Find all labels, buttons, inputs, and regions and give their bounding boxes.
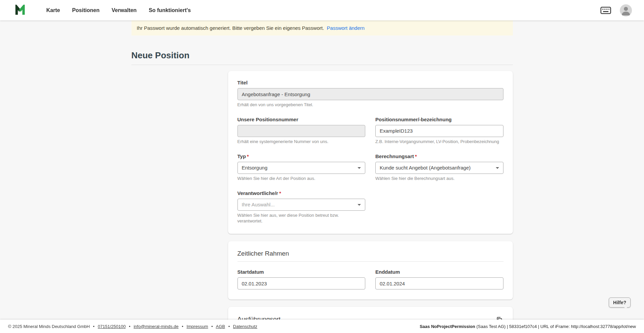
berechnungsart-select[interactable]: Kunde sucht Angebot (Angebotsanfrage) bbox=[375, 162, 503, 174]
chevron-down-icon bbox=[358, 204, 361, 206]
separator: • bbox=[182, 324, 183, 329]
footer: © 2025 Mineral Minds Deutschland GmbH • … bbox=[0, 320, 644, 333]
positionsnummer-field: Positionsnummer/-bezeichnung Z.B. Intern… bbox=[375, 117, 503, 145]
berechnungsart-helper: Wählen Sie hier die Berechnungsart aus. bbox=[375, 176, 503, 182]
enddatum-label-text: Enddatum bbox=[375, 269, 400, 275]
zeitlicher-rahmen-heading: Zeitlicher Rahmen bbox=[237, 250, 503, 257]
verantwortliche-placeholder: Ihre Auswahl... bbox=[242, 202, 275, 207]
nav-item-verwalten[interactable]: Verwalten bbox=[112, 7, 137, 13]
user-icon bbox=[620, 4, 632, 16]
titel-field: Titel Erhält den von uns vorgegebenen Ti… bbox=[237, 80, 503, 108]
logo-m-icon bbox=[15, 5, 28, 16]
unsere-positionsnummer-input bbox=[237, 125, 366, 137]
card-zeitlicher-rahmen: Zeitlicher Rahmen Startdatum Enddatum bbox=[228, 241, 513, 299]
required-asterisk: * bbox=[415, 153, 417, 159]
chevron-down-icon bbox=[358, 167, 361, 169]
verantwortliche-field: Verantwortliche/r* Ihre Auswahl... Wähle… bbox=[237, 190, 366, 224]
positionsnummer-input[interactable] bbox=[375, 125, 503, 137]
chevron-down-icon bbox=[496, 167, 499, 169]
nav-item-so-funktionierts[interactable]: So funktioniert's bbox=[149, 7, 191, 13]
footer-link-datenschutz[interactable]: Datenschutz bbox=[233, 324, 257, 329]
unsere-positionsnummer-label: Unsere Positionsnummer bbox=[237, 117, 366, 122]
enddatum-field: Enddatum bbox=[375, 269, 503, 289]
enddatum-input[interactable] bbox=[375, 277, 503, 289]
required-asterisk: * bbox=[279, 190, 281, 196]
typ-label-text: Typ bbox=[237, 153, 246, 159]
avatar[interactable] bbox=[620, 4, 632, 16]
password-notification: Ihr Passwort wurde automatisch generiert… bbox=[131, 20, 513, 36]
footer-left: © 2025 Mineral Minds Deutschland GmbH • … bbox=[8, 324, 257, 329]
navbar: Karte Positionen Verwalten So funktionie… bbox=[0, 0, 644, 20]
startdatum-input[interactable] bbox=[237, 277, 366, 289]
separator: • bbox=[228, 324, 230, 329]
title-divider bbox=[131, 65, 513, 65]
startdatum-label: Startdatum bbox=[237, 269, 366, 275]
help-button[interactable]: Hilfe? bbox=[609, 297, 631, 308]
notification-text: Ihr Passwort wurde automatisch generiert… bbox=[137, 25, 324, 31]
page-title: Neue Position bbox=[131, 50, 513, 61]
verantwortliche-select[interactable]: Ihre Auswahl... bbox=[237, 199, 366, 211]
separator: • bbox=[129, 324, 130, 329]
separator: • bbox=[211, 324, 213, 329]
footer-permission-label: Saas NoProjectPermission bbox=[420, 324, 475, 329]
main-nav: Karte Positionen Verwalten So funktionie… bbox=[46, 7, 191, 13]
unsere-positionsnummer-field: Unsere Positionsnummer Erhält eine syste… bbox=[237, 117, 366, 145]
verantwortliche-label: Verantwortliche/r* bbox=[237, 190, 366, 196]
titel-helper: Erhält den von uns vorgegebenen Titel. bbox=[237, 102, 503, 108]
berechnungsart-label: Berechnungsart* bbox=[375, 153, 503, 159]
nav-item-karte[interactable]: Karte bbox=[46, 7, 60, 13]
required-asterisk: * bbox=[247, 153, 249, 159]
keyboard-icon[interactable] bbox=[600, 7, 611, 14]
separator: • bbox=[93, 324, 95, 329]
navbar-right bbox=[600, 4, 632, 16]
titel-label: Titel bbox=[237, 80, 503, 85]
berechnungsart-field: Berechnungsart* Kunde sucht Angebot (Ang… bbox=[375, 153, 503, 182]
footer-link-email[interactable]: info@mineral-minds.de bbox=[133, 324, 178, 329]
startdatum-label-text: Startdatum bbox=[237, 269, 264, 275]
titel-input bbox=[237, 88, 503, 100]
typ-select-value: Entsorgung bbox=[242, 165, 268, 171]
berechnungsart-select-value: Kunde sucht Angebot (Angebotsanfrage) bbox=[380, 165, 471, 171]
unsere-positionsnummer-label-text: Unsere Positionsnummer bbox=[237, 117, 299, 122]
verantwortliche-helper: Wählen Sie hier aus, wer diese Position … bbox=[237, 213, 366, 224]
titel-label-text: Titel bbox=[237, 80, 248, 85]
footer-environment-info: Saas NoProjectPermission (Saas Test AG) … bbox=[420, 324, 636, 329]
footer-copyright: © 2025 Mineral Minds Deutschland GmbH bbox=[8, 324, 90, 329]
verantwortliche-label-text: Verantwortliche/r bbox=[237, 190, 278, 196]
footer-link-phone[interactable]: 07151/250100 bbox=[98, 324, 126, 329]
footer-link-agb[interactable]: AGB bbox=[216, 324, 225, 329]
main-content: Ihr Passwort wurde automatisch generiert… bbox=[0, 0, 644, 333]
card-general: Titel Erhält den von uns vorgegebenen Ti… bbox=[228, 71, 513, 234]
typ-helper: Wählen Sie hier die Art der Position aus… bbox=[237, 176, 366, 182]
password-change-link[interactable]: Passwort ändern bbox=[327, 25, 365, 31]
unsere-positionsnummer-helper: Erhält eine systemgenerierte Nummer von … bbox=[237, 139, 366, 145]
card-divider bbox=[237, 261, 503, 262]
footer-environment-details: (Saas Test AG) | 58331ef107c4 | URL of i… bbox=[475, 324, 636, 329]
typ-field: Typ* Entsorgung Wählen Sie hier die Art … bbox=[237, 153, 366, 182]
typ-select[interactable]: Entsorgung bbox=[237, 162, 366, 174]
berechnungsart-label-text: Berechnungsart bbox=[375, 153, 414, 159]
positionsnummer-helper: Z.B. Interne-Vorgangsnummer, LV-Position… bbox=[375, 139, 503, 145]
nav-item-positionen[interactable]: Positionen bbox=[72, 7, 100, 13]
positionsnummer-label: Positionsnummer/-bezeichnung bbox=[375, 117, 503, 122]
typ-label: Typ* bbox=[237, 153, 366, 159]
footer-link-impressum[interactable]: Impressum bbox=[186, 324, 208, 329]
startdatum-field: Startdatum bbox=[237, 269, 366, 289]
brand-logo[interactable] bbox=[15, 5, 28, 16]
enddatum-label: Enddatum bbox=[375, 269, 503, 275]
positionsnummer-label-text: Positionsnummer/-bezeichnung bbox=[375, 117, 452, 122]
